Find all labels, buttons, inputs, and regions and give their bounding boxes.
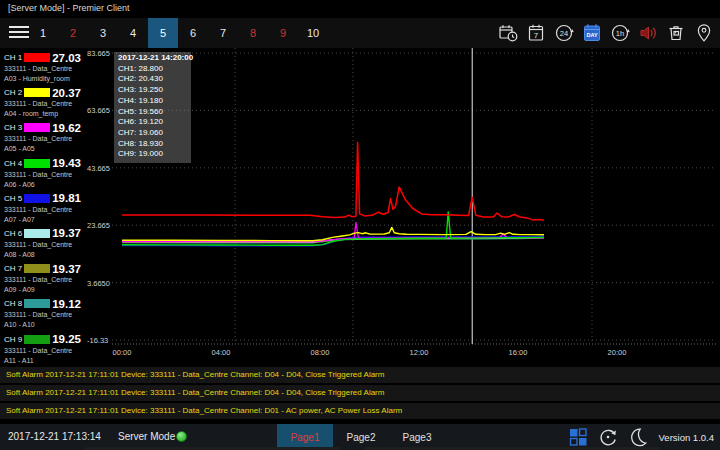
alarm-message[interactable]: Soft Alarm 2017-12-21 17:11:01 Device: 3… [0, 385, 720, 401]
version-label: Version 1.0.4 [659, 432, 714, 443]
channel-id: CH 3 [4, 123, 24, 132]
page-number-4[interactable]: 4 [118, 18, 148, 48]
page-number-7[interactable]: 7 [208, 18, 238, 48]
connection-status-indicator [176, 431, 187, 442]
layout-switch-icon[interactable] [567, 426, 589, 448]
channel-device: 333111 - Data_Centre [4, 205, 86, 215]
device-location-icon[interactable] [693, 22, 715, 44]
channel-point: A07 - A07 [4, 215, 86, 225]
x-tick-label: 08:00 [311, 348, 330, 357]
toolbar: 12345678910 7 24 [0, 18, 720, 48]
channel-id: CH 2 [4, 88, 24, 97]
channel-id: CH 6 [4, 229, 24, 238]
channel-color-swatch [24, 229, 50, 238]
range-24h-icon[interactable]: 24 [553, 22, 575, 44]
calendar-week-icon[interactable]: 7 [525, 22, 547, 44]
x-tick-label: 16:00 [509, 348, 528, 357]
channel-point: A06 - A06 [4, 180, 86, 190]
page-number-10[interactable]: 10 [298, 18, 328, 48]
window-title: [Server Mode] - Premier Client [8, 3, 130, 13]
channel-item-3[interactable]: CH 319.62333111 - Data_CentreA05 - A05 [0, 121, 86, 156]
channel-item-5[interactable]: CH 519.81333111 - Data_CentreA07 - A07 [0, 192, 86, 227]
clear-chart-icon[interactable] [665, 22, 687, 44]
channel-item-9[interactable]: CH 919.25333111 - Data_CentreA11 - A11 [0, 333, 86, 368]
x-tick-label: 20:00 [608, 348, 627, 357]
channel-point: A11 - A11 [4, 356, 86, 366]
channel-color-swatch [24, 194, 50, 203]
channel-value: 19.43 [50, 157, 86, 169]
channel-color-swatch [24, 88, 50, 97]
channel-id: CH 1 [4, 53, 24, 62]
channel-device: 333111 - Data_Centre [4, 310, 86, 320]
channel-value: 19.37 [50, 263, 86, 275]
channel-id: CH 8 [4, 299, 24, 308]
channel-item-4[interactable]: CH 419.43333111 - Data_CentreA06 - A06 [0, 157, 86, 192]
x-tick-label: 04:00 [212, 348, 231, 357]
tooltip-row: CH2: 20.430 [118, 74, 191, 85]
channel-point: A09 - A09 [4, 285, 86, 295]
x-tick-label: 12:00 [410, 348, 429, 357]
channel-value: 19.12 [50, 298, 86, 310]
range-day-icon[interactable]: DAY [581, 22, 603, 44]
tooltip-timestamp: 2017-12-21 14:20:00 [118, 53, 191, 64]
page-number-8[interactable]: 8 [238, 18, 268, 48]
alarm-log: Soft Alarm 2017-12-21 17:11:01 Device: 3… [0, 367, 720, 421]
tooltip-row: CH3: 19.250 [118, 85, 191, 96]
tooltip-row: CH6: 19.120 [118, 117, 191, 128]
channel-point: A10 - A10 [4, 320, 86, 330]
range-day-label: DAY [586, 32, 597, 38]
channel-value: 19.37 [50, 227, 86, 239]
y-tick-label: 3.6650 [87, 279, 110, 288]
channel-item-7[interactable]: CH 719.37333111 - Data_CentreA09 - A09 [0, 262, 86, 297]
menu-icon[interactable] [9, 26, 29, 40]
y-tick-label: 63.665 [87, 106, 110, 115]
range-24h-label: 24 [560, 29, 568, 38]
page-number-1[interactable]: 1 [28, 18, 58, 48]
channel-sidebar: CH 127.03333111 - Data_CentreA03 - Humid… [0, 51, 86, 368]
channel-color-swatch [24, 53, 50, 62]
channel-item-1[interactable]: CH 127.03333111 - Data_CentreA03 - Humid… [0, 51, 86, 86]
channel-point: A05 - A05 [4, 144, 86, 154]
page-number-9[interactable]: 9 [268, 18, 298, 48]
channel-device: 333111 - Data_Centre [4, 99, 86, 109]
channel-id: CH 7 [4, 264, 24, 273]
page-number-2[interactable]: 2 [58, 18, 88, 48]
channel-color-swatch [24, 299, 50, 308]
page-number-6[interactable]: 6 [178, 18, 208, 48]
y-tick-label: -16.33 [87, 336, 108, 345]
channel-item-8[interactable]: CH 819.12333111 - Data_CentreA10 - A10 [0, 297, 86, 332]
tooltip-row: CH8: 18.930 [118, 139, 191, 150]
channel-color-swatch [24, 123, 50, 132]
tooltip-row: CH7: 19.060 [118, 128, 191, 139]
toolbar-icons: 7 24 DAY 1h [497, 22, 715, 44]
trend-chart[interactable]: 2017-12-21 14:20:00 CH1: 28.800CH2: 20.4… [112, 48, 716, 348]
range-1h-icon[interactable]: 1h [609, 22, 631, 44]
channel-point: A08 - A08 [4, 250, 86, 260]
channel-value: 19.81 [50, 192, 86, 204]
alarm-message[interactable]: Soft Alarm 2017-12-21 17:11:01 Device: 3… [0, 403, 720, 419]
channel-device: 333111 - Data_Centre [4, 64, 86, 74]
page-number-strip: 12345678910 [28, 18, 328, 48]
x-axis: 00:0004:0008:0012:0016:0020:00 [112, 348, 716, 361]
sync-icon[interactable] [597, 426, 619, 448]
channel-device: 333111 - Data_Centre [4, 170, 86, 180]
alarm-message[interactable]: Soft Alarm 2017-12-21 17:11:01 Device: 3… [0, 367, 720, 383]
channel-point: A03 - Humidity_room [4, 74, 86, 84]
channel-device: 333111 - Data_Centre [4, 240, 86, 250]
server-mode-label: Server Mode [118, 431, 175, 442]
channel-value: 19.25 [50, 333, 86, 345]
channel-point: A04 - room_temp [4, 109, 86, 119]
channel-item-6[interactable]: CH 619.37333111 - Data_CentreA08 - A08 [0, 227, 86, 262]
channel-value: 20.37 [50, 87, 86, 99]
channel-color-swatch [24, 335, 50, 344]
page-number-5[interactable]: 5 [148, 18, 178, 48]
channel-id: CH 9 [4, 335, 24, 344]
alarm-sound-icon[interactable] [637, 22, 659, 44]
y-tick-label: 43.665 [87, 164, 110, 173]
channel-id: CH 5 [4, 194, 24, 203]
channel-color-swatch [24, 264, 50, 273]
channel-item-2[interactable]: CH 220.37333111 - Data_CentreA04 - room_… [0, 86, 86, 121]
history-schedule-icon[interactable] [497, 22, 519, 44]
night-mode-icon[interactable] [627, 426, 649, 448]
page-number-3[interactable]: 3 [88, 18, 118, 48]
